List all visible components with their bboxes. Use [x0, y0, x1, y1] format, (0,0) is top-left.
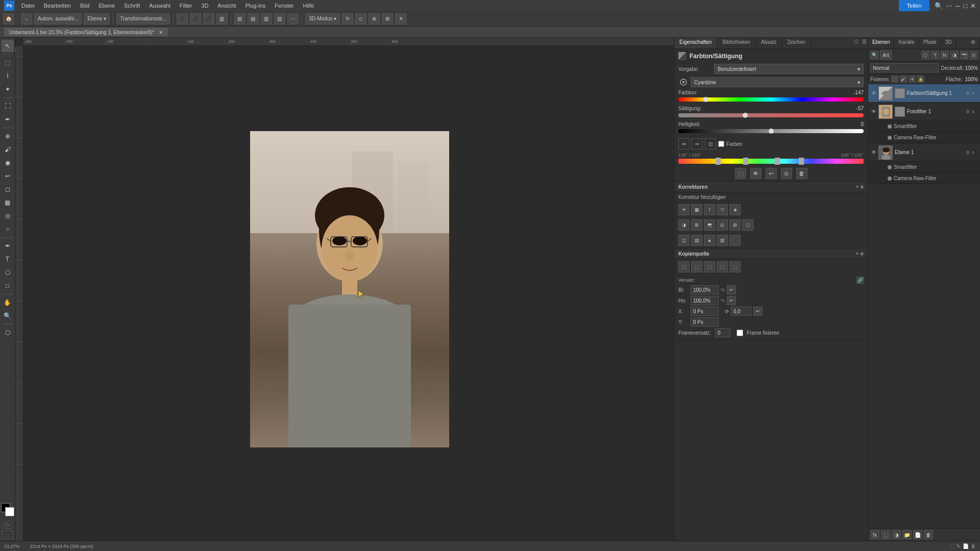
tool-brush[interactable]: 🖌: [2, 143, 14, 156]
scale3d-icon[interactable]: ⊞: [382, 13, 393, 24]
statusbar-icon2[interactable]: fx: [957, 543, 961, 549]
kopier-src4[interactable]: ⬚: [717, 261, 728, 272]
tool-crop[interactable]: ⛶: [2, 100, 14, 112]
tool-hand[interactable]: ✋: [2, 296, 14, 309]
statusbar-icon1[interactable]: ⬚: [950, 543, 954, 549]
tool-blur[interactable]: ◎: [2, 210, 14, 222]
distribute-icon[interactable]: ▤: [234, 13, 246, 24]
layer-filter2-icon[interactable]: T: [931, 51, 939, 59]
brush-range-btn[interactable]: ⊡: [705, 138, 716, 149]
korr-colorlookup-icon[interactable]: ⬡: [742, 219, 753, 231]
tool-path[interactable]: ⬡: [2, 266, 14, 279]
tool-text[interactable]: T: [2, 253, 14, 265]
tab-eigenschaften[interactable]: Eigenschaften: [674, 38, 717, 48]
layers-tab-ebenen[interactable]: Ebenen: [868, 38, 894, 48]
korr-huesat-icon[interactable]: ◑: [678, 219, 690, 231]
statusbar-icon4[interactable]: 🗑: [971, 543, 976, 549]
align-left-icon[interactable]: ⬛: [177, 13, 188, 24]
props-btn-1[interactable]: ⬚: [735, 168, 746, 179]
kopier-src1[interactable]: ⬚: [678, 261, 690, 272]
panel-minimize-icon[interactable]: ⬡: [852, 38, 860, 45]
korr-channelmixer-icon[interactable]: ⊞: [729, 219, 741, 231]
share-button[interactable]: Teilen: [899, 0, 929, 11]
color-range-bar[interactable]: [678, 159, 864, 164]
menu-ebene[interactable]: Ebene: [94, 2, 119, 10]
layer-farbton-visibility[interactable]: 👁: [870, 90, 877, 97]
layers-folder-btn[interactable]: 📁: [902, 530, 912, 539]
layer-filter-toggle[interactable]: ⊙: [970, 51, 978, 59]
move3d-icon[interactable]: ⊕: [369, 13, 380, 24]
layer-farbton-menu[interactable]: ≡: [972, 91, 978, 96]
lock-image-icon[interactable]: 🖌: [900, 76, 907, 83]
korr-levels-icon[interactable]: ▦: [691, 204, 702, 215]
menu-fenster[interactable]: Fenster: [271, 2, 298, 10]
farbton-thumb[interactable]: [703, 97, 708, 102]
menu-datei[interactable]: Datei: [17, 2, 39, 10]
helligkeit-thumb[interactable]: [769, 129, 774, 134]
rotate-icon[interactable]: ↻: [342, 13, 353, 24]
helligkeit-slider[interactable]: [678, 129, 864, 133]
sub-smartfilter-1[interactable]: Smartfilter: [878, 121, 980, 132]
korr-colorbalance-icon[interactable]: ⊞: [691, 219, 702, 231]
layer-fotofilter-menu[interactable]: ≡: [972, 109, 978, 114]
bi-reset[interactable]: ↩: [727, 285, 736, 294]
layer-fotofilter[interactable]: 👁 Fotofilter 1 ⚙ ≡: [868, 103, 980, 121]
lock-all-icon[interactable]: 🔒: [917, 76, 924, 83]
korr-brightness-icon[interactable]: ☀: [678, 204, 690, 215]
align-center-icon[interactable]: ⬛: [190, 13, 201, 24]
tool-magic-wand[interactable]: ✦: [2, 83, 14, 95]
layers-delete-btn[interactable]: 🗑: [924, 530, 933, 539]
kopier-src2[interactable]: ⬚: [691, 261, 702, 272]
layers-tab-kanale[interactable]: Kanäle: [894, 38, 919, 48]
korr-posterize-icon[interactable]: ▤: [691, 235, 702, 246]
layer-fotofilter-visibility[interactable]: 👁: [870, 108, 877, 115]
layers-tab-pfade[interactable]: Pfade: [919, 38, 941, 48]
search-icon[interactable]: 🔍: [870, 51, 878, 59]
sub-smartfilter-2[interactable]: Smartfilter: [878, 162, 980, 173]
layers-tab-3d[interactable]: 3D: [941, 38, 957, 48]
align-right-icon[interactable]: ⬛: [203, 13, 214, 24]
layers-gear-icon[interactable]: ⚙: [967, 38, 980, 48]
sattigung-thumb[interactable]: [743, 113, 748, 118]
align-top-icon[interactable]: ▥: [216, 13, 228, 24]
sub-cameraraw-2[interactable]: Camera Raw-Filter: [878, 173, 980, 184]
menu-auswahl[interactable]: Auswahl: [145, 2, 175, 10]
korrekturen-menu[interactable]: ≡: [861, 184, 864, 190]
background-color[interactable]: [5, 507, 14, 516]
lock-transparent-icon[interactable]: ⬚: [891, 76, 898, 83]
layer-filter4-icon[interactable]: ◑: [950, 51, 959, 59]
layers-search-type[interactable]: Art: [880, 51, 892, 60]
menu-schrift[interactable]: Schrift: [120, 2, 144, 10]
window-minimize[interactable]: ─: [955, 2, 960, 10]
ho-reset[interactable]: ↩: [727, 296, 736, 305]
range-marker-2[interactable]: [743, 158, 748, 165]
kopierquelle-header[interactable]: Kopierquelle ▾ ≡: [674, 248, 868, 259]
menu-3d[interactable]: 3D: [197, 2, 212, 10]
statusbar-icon3[interactable]: 📄: [963, 543, 969, 549]
lock-position-icon[interactable]: ✛: [909, 76, 916, 83]
3dmode-btn[interactable]: 3D-Modus ▾: [305, 13, 340, 24]
tab-absatz[interactable]: Absatz: [756, 38, 782, 48]
korr-curves-icon[interactable]: ⌇: [704, 204, 715, 215]
tool-lasso[interactable]: ⌇: [2, 70, 14, 82]
tool-zoom[interactable]: 🔍: [2, 310, 14, 322]
menu-filter[interactable]: Filter: [176, 2, 196, 10]
window-close[interactable]: ✕: [970, 2, 976, 10]
menu-ansicht[interactable]: Ansicht: [213, 2, 240, 10]
quick-mask-icon[interactable]: ⬡: [4, 521, 11, 529]
kopierquelle-menu[interactable]: ≡: [861, 251, 864, 257]
bi-input[interactable]: [691, 285, 719, 294]
document-tab[interactable]: Unbenannt-1 bei 23,3% (Farbton/Sättigung…: [4, 28, 168, 36]
vorgabe-dropdown[interactable]: Benutzerdefiniert ▾: [714, 64, 864, 74]
brush-subtract-btn[interactable]: ✂: [692, 138, 703, 149]
tab-zeichen[interactable]: Zeichen: [782, 38, 811, 48]
layers-fx-btn[interactable]: fx: [870, 530, 879, 539]
x-input[interactable]: [691, 307, 719, 316]
korr-invert-icon[interactable]: ◫: [678, 235, 690, 246]
tool-history[interactable]: ↩: [2, 170, 14, 182]
korr-exposure-icon[interactable]: ▽: [717, 204, 728, 215]
more-options-btn[interactable]: ···: [287, 13, 299, 24]
perspective-icon[interactable]: ◇: [355, 13, 366, 24]
layer-ebene1[interactable]: 👁 Ebene 1 ⚙ ≡: [868, 143, 980, 162]
rotation-input[interactable]: [731, 307, 751, 316]
